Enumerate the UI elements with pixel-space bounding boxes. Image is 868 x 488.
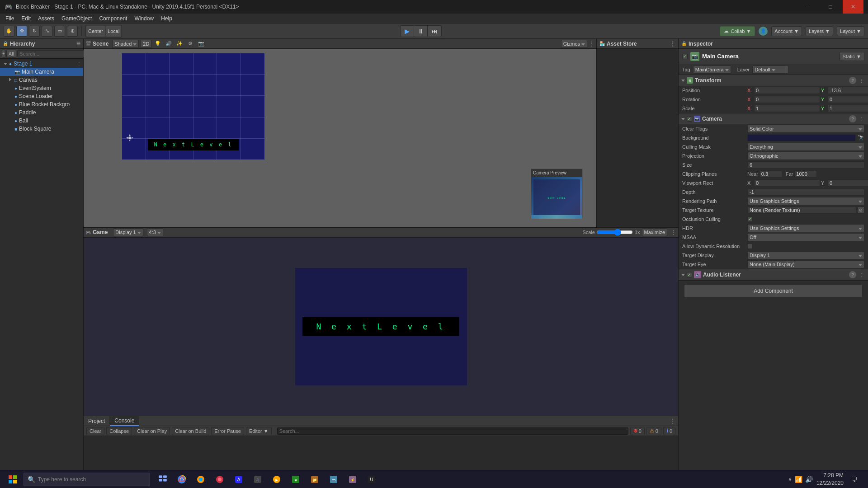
tray-volume-icon[interactable]: 🔊	[805, 476, 813, 483]
position-x-input[interactable]	[754, 87, 820, 94]
menu-window[interactable]: Window	[131, 14, 157, 23]
pause-btn[interactable]: ⏸	[414, 26, 428, 37]
camera-component-header[interactable]: ✓ 📷 Camera ? ⋮	[679, 113, 868, 124]
culling-mask-dropdown[interactable]: Everything	[747, 143, 864, 151]
msaa-dropdown[interactable]: Off	[747, 233, 864, 241]
audio-listener-header[interactable]: ✓ 🔊 Audio Listener ? ⋮	[679, 269, 868, 280]
tab-console[interactable]: Console	[110, 416, 139, 426]
audio-listener-settings-btn[interactable]: ⋮	[858, 271, 865, 278]
obj-enabled-checkbox[interactable]: ✓	[682, 54, 688, 59]
taskview-btn[interactable]	[154, 472, 172, 487]
game-content[interactable]: N e x t L e v e l	[84, 238, 678, 416]
target-eye-dropdown[interactable]: None (Main Display)	[747, 260, 864, 268]
scale-tool[interactable]: ⤡	[42, 26, 52, 37]
projection-dropdown[interactable]: Orthographic	[747, 152, 864, 160]
firefox-icon[interactable]	[192, 472, 210, 487]
app8-icon[interactable]: 📁	[306, 472, 324, 487]
menu-help[interactable]: Help	[157, 14, 176, 23]
maximize-btn[interactable]: Maximize	[642, 228, 667, 236]
scene-content[interactable]: N e x t L e v e l	[84, 49, 596, 227]
rect-tool[interactable]: ▭	[54, 26, 65, 37]
scale-y-input[interactable]	[828, 105, 868, 112]
hierarchy-item-eventsystem[interactable]: ● EventSystem	[0, 84, 83, 92]
hierarchy-item-background[interactable]: ● Blue Rocket Backgro	[0, 100, 83, 108]
hierarchy-item-ball[interactable]: ● Ball	[0, 117, 83, 125]
audio-icon[interactable]: 🔊	[164, 40, 173, 48]
tray-network-icon[interactable]: 📶	[795, 476, 802, 483]
editor-dropdown-btn[interactable]: Editor ▼	[246, 427, 272, 435]
scene-settings-icon[interactable]: ⚙	[186, 40, 195, 48]
layers-dropdown[interactable]: Layers ▼	[806, 26, 833, 36]
unity-icon[interactable]: U	[363, 472, 381, 487]
add-component-btn[interactable]: Add Component	[684, 284, 863, 298]
inspector-lock-icon[interactable]: 🔒	[681, 41, 687, 46]
tab-project[interactable]: Project	[84, 416, 110, 426]
chrome-icon[interactable]	[173, 472, 191, 487]
minimize-btn[interactable]: ─	[797, 0, 818, 14]
app5-icon[interactable]: ♫	[249, 472, 267, 487]
transform-header[interactable]: ⊕ Transform ? ⋮	[679, 75, 868, 86]
stage1-menu[interactable]: ⋮	[77, 61, 81, 66]
menu-component[interactable]: Component	[95, 14, 131, 23]
hierarchy-search[interactable]	[17, 50, 84, 57]
hierarchy-stage1[interactable]: ● Stage 1 ⋮	[0, 60, 83, 68]
step-btn[interactable]: ⏭	[428, 26, 441, 37]
audio-listener-help-btn[interactable]: ?	[849, 271, 856, 278]
taskbar-search-bar[interactable]: 🔍 Type here to search	[24, 473, 150, 486]
rotation-x-input[interactable]	[754, 96, 820, 103]
shading-dropdown[interactable]: Shaded	[112, 40, 139, 48]
background-color-swatch[interactable]	[747, 134, 856, 141]
start-btn[interactable]	[4, 472, 22, 487]
audio-listener-enabled-check[interactable]: ✓	[687, 272, 692, 277]
hierarchy-item-paddle[interactable]: ● Paddle	[0, 108, 83, 117]
menu-file[interactable]: File	[2, 14, 18, 23]
menu-edit[interactable]: Edit	[18, 14, 34, 23]
depth-input[interactable]	[747, 188, 864, 196]
camera-enabled-check[interactable]: ✓	[687, 116, 692, 122]
hierarchy-item-sceneloader[interactable]: ● Scene Loader	[0, 92, 83, 100]
viewport-y-input[interactable]	[828, 179, 868, 187]
clear-flags-dropdown[interactable]: Solid Color	[747, 125, 864, 133]
static-dropdown-btn[interactable]: Static ▼	[840, 52, 864, 61]
transform-help-btn[interactable]: ?	[849, 77, 856, 84]
fx-icon[interactable]: ✨	[175, 40, 184, 48]
position-y-input[interactable]	[828, 87, 868, 94]
occlusion-culling-checkbox[interactable]: ✓	[747, 216, 753, 222]
collapse-btn[interactable]: Collapse	[106, 427, 132, 435]
display-dropdown[interactable]: Display 1	[113, 228, 143, 236]
bottom-panel-menu[interactable]: ⋮	[667, 418, 678, 424]
size-input[interactable]	[747, 161, 864, 169]
add-object-btn[interactable]: +	[2, 50, 5, 58]
2d-btn[interactable]: 2D	[141, 40, 151, 48]
app6-icon[interactable]: ▶	[268, 472, 286, 487]
tray-arrow-icon[interactable]: ∧	[788, 476, 792, 483]
close-btn[interactable]: ✕	[843, 0, 863, 14]
move-handle-icon[interactable]	[124, 132, 135, 143]
target-texture-input[interactable]	[747, 206, 856, 214]
app4-icon[interactable]: A	[230, 472, 248, 487]
layer-dropdown[interactable]: Default	[752, 66, 788, 74]
menu-assets[interactable]: Assets	[34, 14, 58, 23]
play-btn[interactable]: ▶	[401, 26, 414, 37]
transform-tool[interactable]: ⊕	[67, 26, 78, 37]
app7-icon[interactable]: ★	[287, 472, 305, 487]
game-panel-menu[interactable]: ⋮	[671, 229, 676, 235]
rendering-path-dropdown[interactable]: Use Graphics Settings	[747, 197, 864, 205]
camera-settings-btn[interactable]: ⋮	[858, 115, 865, 122]
near-input[interactable]	[760, 170, 782, 178]
hand-tool[interactable]: ✋	[4, 26, 14, 37]
account-dropdown[interactable]: Account ▼	[771, 26, 802, 36]
rotation-y-input[interactable]	[828, 96, 868, 103]
center-pivot-btn[interactable]: Center	[86, 26, 105, 37]
lighting-icon[interactable]: 💡	[153, 40, 162, 48]
app9-icon[interactable]: 🗃	[325, 472, 343, 487]
asset-store-menu[interactable]: ⋮	[670, 41, 675, 47]
transform-settings-btn[interactable]: ⋮	[858, 77, 865, 84]
hierarchy-lock-icon[interactable]: 🔒	[3, 41, 8, 46]
target-texture-pick-btn[interactable]: ⊙	[857, 206, 864, 214]
collab-btn[interactable]: ☁ Collab ▼	[720, 26, 755, 36]
hierarchy-item-maincamera[interactable]: 📷 Main Camera	[0, 68, 83, 76]
clear-btn[interactable]: Clear	[86, 427, 104, 435]
scale-slider[interactable]	[597, 230, 633, 235]
tag-dropdown[interactable]: MainCamera	[693, 66, 731, 74]
